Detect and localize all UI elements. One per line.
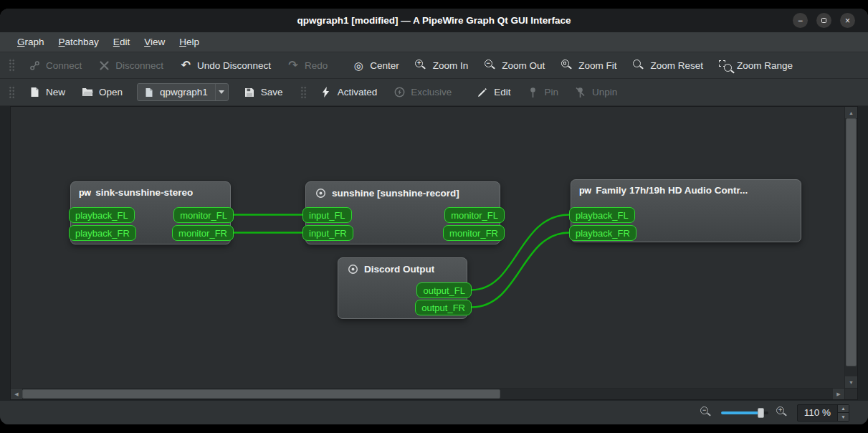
undo-disconnect-button[interactable]: ↶ Undo Disconnect — [172, 55, 278, 75]
port-output-fr[interactable]: output_FR — [415, 300, 472, 315]
zoom-range-button[interactable]: Zoom Range — [712, 55, 800, 75]
scroll-left-arrow-icon[interactable]: ◀ — [11, 389, 22, 399]
zoom-fit-icon — [561, 60, 573, 72]
connect-icon — [28, 60, 41, 72]
redo-button[interactable]: ↷ Redo — [280, 55, 335, 75]
zoom-out-icon: − — [484, 60, 497, 72]
vertical-scrollbar[interactable]: ▲ ▼ — [844, 107, 857, 388]
zoom-out-button[interactable]: − Zoom Out — [477, 55, 552, 75]
center-icon: ◎ — [352, 60, 365, 72]
toolbar-drag-handle[interactable] — [9, 85, 15, 100]
central-area: pw sink-sunshine-stereo sunshine [sunshi… — [0, 106, 868, 400]
graph-view-frame: pw sink-sunshine-stereo sunshine [sunshi… — [10, 106, 858, 400]
zoom-slider-fill — [721, 411, 760, 414]
zoom-in-icon: + — [415, 60, 428, 72]
minimize-button[interactable]: − — [793, 13, 808, 28]
spin-buttons: ▲ ▼ — [837, 405, 849, 421]
zoom-reset-button[interactable]: Zoom Reset — [626, 55, 711, 75]
titlebar[interactable]: qpwgraph1 [modified] — A PipeWire Graph … — [0, 9, 868, 32]
scroll-up-arrow-icon[interactable]: ▲ — [845, 107, 857, 118]
horizontal-scrollbar[interactable]: ◀ ▶ — [11, 388, 844, 399]
zoom-out-icon[interactable]: − — [700, 406, 713, 419]
exclusive-icon — [393, 86, 406, 98]
port-monitor-fr[interactable]: monitor_FR — [443, 225, 505, 241]
button-label: Center — [370, 60, 399, 71]
spin-down-arrow-icon[interactable]: ▼ — [838, 412, 849, 421]
connect-button[interactable]: Connect — [21, 55, 89, 75]
horizontal-scrollbar-thumb[interactable] — [22, 389, 500, 399]
patchbay-combo-value: qpwgraph1 — [160, 87, 211, 97]
menu-label: Help — [179, 37, 199, 47]
save-icon — [243, 86, 256, 98]
unpin-icon — [574, 86, 587, 98]
connection-cable[interactable] — [472, 233, 569, 308]
menu-view[interactable]: View — [137, 32, 172, 52]
menu-label: Graph — [17, 37, 44, 47]
port-input-fr[interactable]: input_FR — [302, 225, 353, 241]
spin-up-arrow-icon[interactable]: ▲ — [838, 405, 849, 413]
port-monitor-fr[interactable]: monitor_FR — [172, 225, 234, 241]
port-monitor-fl[interactable]: monitor_FL — [444, 207, 505, 223]
activated-button[interactable]: Activated — [313, 82, 385, 103]
zoom-slider[interactable] — [721, 407, 768, 419]
button-label: Exclusive — [411, 87, 452, 97]
toolbar-drag-handle[interactable] — [300, 85, 307, 100]
button-label: Open — [99, 87, 123, 97]
zoom-slider-handle[interactable] — [758, 408, 764, 418]
port-playback-fl[interactable]: playback_FL — [69, 207, 135, 223]
menu-graph[interactable]: Graph — [10, 32, 52, 52]
port-input-fl[interactable]: input_FL — [302, 207, 352, 223]
port-playback-fr[interactable]: playback_FR — [569, 225, 636, 241]
zoom-spinbox[interactable]: 110 % ▲ ▼ — [797, 404, 849, 422]
port-output-fl[interactable]: output_FL — [416, 282, 472, 298]
button-label: Zoom Range — [737, 60, 793, 71]
zoom-reset-icon — [633, 60, 646, 72]
button-label: Disconnect — [115, 60, 163, 71]
combo-dropdown-arrow-icon[interactable] — [215, 84, 228, 100]
new-button[interactable]: New — [21, 82, 72, 103]
scroll-down-arrow-icon[interactable]: ▼ — [845, 376, 857, 388]
unpin-button[interactable]: Unpin — [567, 82, 624, 103]
port-monitor-fl[interactable]: monitor_FL — [173, 207, 234, 223]
toolbar-drag-handle[interactable] — [9, 58, 15, 72]
window-title: qpwgraph1 [modified] — A PipeWire Graph … — [297, 15, 571, 26]
button-label: Zoom Reset — [651, 60, 704, 71]
button-label: Edit — [494, 87, 510, 97]
menu-help[interactable]: Help — [172, 32, 206, 52]
pin-button[interactable]: Pin — [519, 82, 566, 103]
save-button[interactable]: Save — [236, 82, 290, 103]
patchbay-combo[interactable]: qpwgraph1 — [137, 83, 229, 101]
port-playback-fl[interactable]: playback_FL — [569, 207, 635, 223]
menu-edit[interactable]: Edit — [106, 32, 137, 52]
horizontal-scrollbar-track[interactable] — [22, 389, 833, 399]
redo-icon: ↷ — [287, 60, 300, 72]
vertical-scrollbar-track[interactable] — [845, 118, 857, 376]
disconnect-icon — [97, 60, 110, 72]
menu-patchbay[interactable]: Patchbay — [52, 32, 106, 52]
statusbar: − + 110 % ▲ ▼ — [0, 400, 868, 424]
open-button[interactable]: Open — [74, 82, 130, 103]
new-file-icon — [28, 86, 41, 98]
vertical-scrollbar-thumb[interactable] — [846, 118, 857, 366]
button-label: Activated — [338, 87, 378, 97]
graph-canvas[interactable]: pw sink-sunshine-stereo sunshine [sunshi… — [11, 107, 844, 388]
zoom-in-button[interactable]: + Zoom In — [408, 55, 476, 75]
graph-toolbar: Connect Disconnect ↶ Undo Disconnect ↷ R… — [0, 52, 868, 79]
zoom-in-icon[interactable]: + — [776, 406, 789, 419]
maximize-button[interactable] — [816, 13, 831, 28]
port-playback-fr[interactable]: playback_FR — [69, 225, 136, 241]
menubar: Graph Patchbay Edit View Help — [0, 32, 868, 52]
button-label: Zoom Out — [502, 60, 545, 71]
disconnect-button[interactable]: Disconnect — [90, 55, 171, 75]
undo-icon: ↶ — [179, 60, 192, 72]
close-button[interactable]: × — [840, 13, 855, 28]
close-icon: × — [845, 16, 850, 25]
exclusive-button[interactable]: Exclusive — [386, 82, 459, 103]
scroll-right-arrow-icon[interactable]: ▶ — [833, 389, 844, 399]
zoom-fit-button[interactable]: Zoom Fit — [553, 55, 624, 75]
edit-button[interactable]: Edit — [469, 82, 518, 103]
center-button[interactable]: ◎ Center — [345, 55, 406, 75]
zoom-value[interactable]: 110 % — [798, 405, 837, 421]
menu-label: View — [144, 37, 165, 47]
file-toolbar: New Open qpwgraph1 Save Act — [0, 79, 868, 106]
